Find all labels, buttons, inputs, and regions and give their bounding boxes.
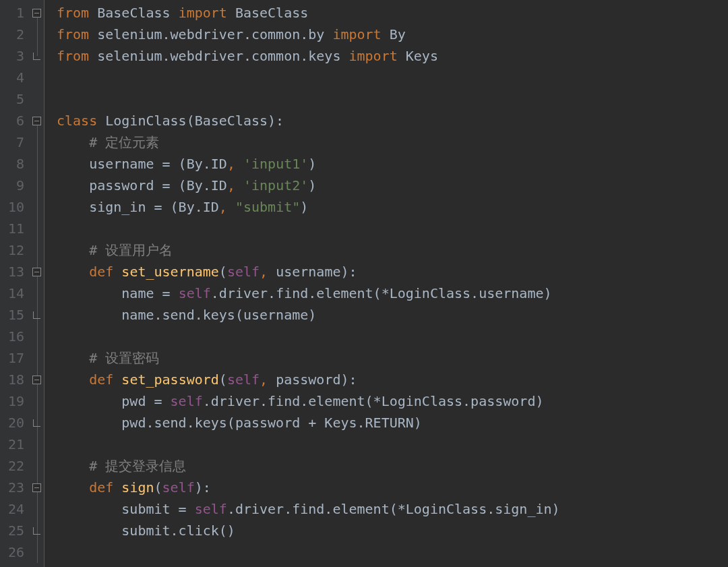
code-token: self	[171, 393, 203, 409]
code-line[interactable]	[57, 326, 728, 347]
code-token: def	[89, 264, 121, 280]
fold-cell	[30, 196, 44, 218]
fold-open-icon[interactable]	[32, 117, 41, 125]
code-token: submit.click()	[57, 523, 235, 539]
fold-cell	[30, 434, 44, 455]
code-token: class	[57, 113, 105, 129]
fold-cell	[30, 282, 44, 304]
code-line[interactable]: pwd.send.keys(password + Keys.RETURN)	[57, 412, 728, 434]
fold-cell	[30, 477, 44, 498]
fold-cell	[30, 304, 44, 326]
fold-cell	[30, 498, 44, 520]
line-number: 5	[4, 88, 24, 110]
fold-open-icon[interactable]	[32, 268, 41, 276]
code-token	[57, 371, 89, 388]
code-line[interactable]	[57, 88, 728, 110]
code-token	[57, 458, 89, 474]
line-number: 12	[4, 239, 24, 261]
line-number: 25	[4, 520, 24, 541]
fold-close-icon[interactable]	[33, 527, 40, 535]
code-area[interactable]: from BaseClass import BaseClassfrom sele…	[44, 0, 728, 567]
code-token: import	[179, 5, 227, 21]
fold-cell	[30, 541, 44, 563]
code-token: ,	[227, 156, 243, 172]
code-line[interactable]: sign_in = (By.ID, "submit")	[57, 196, 728, 218]
code-token: # 设置用户名	[89, 242, 173, 258]
code-line[interactable]: username = (By.ID, 'input1')	[57, 153, 728, 175]
code-token	[57, 134, 89, 150]
code-token: )	[308, 177, 316, 193]
code-token: (	[154, 479, 162, 496]
code-token	[57, 242, 89, 258]
code-line[interactable]: class LoginClass(BaseClass):	[57, 110, 728, 131]
code-token: self	[179, 285, 211, 301]
line-number: 24	[4, 498, 24, 520]
code-line[interactable]: password = (By.ID, 'input2')	[57, 175, 728, 196]
fold-close-icon[interactable]	[33, 419, 40, 427]
code-line[interactable]: from selenium.webdriver.common.by import…	[57, 24, 728, 45]
fold-open-icon[interactable]	[32, 483, 41, 492]
code-token: "submit"	[235, 199, 300, 215]
line-number: 10	[4, 196, 24, 218]
line-number: 17	[4, 347, 24, 369]
code-line[interactable]: name = self.driver.find.element(*LoginCl…	[57, 282, 728, 304]
code-line[interactable]	[57, 218, 728, 239]
line-number: 26	[4, 541, 24, 563]
code-token: ,	[227, 177, 243, 193]
code-line[interactable]: from BaseClass import BaseClass	[57, 2, 728, 24]
code-line[interactable]: def set_password(self, password):	[57, 369, 728, 390]
code-token: .driver.find.element(*LoginClass.passwor…	[203, 393, 544, 409]
code-token: selenium.webdriver.common.by	[89, 26, 332, 42]
fold-cell	[30, 261, 44, 282]
code-token: from	[57, 5, 89, 21]
code-line[interactable]	[57, 434, 728, 455]
code-token: LoginClass(BaseClass):	[105, 113, 284, 129]
code-line[interactable]: # 设置用户名	[57, 239, 728, 261]
code-token: 'input1'	[243, 156, 308, 172]
line-number: 13	[4, 261, 24, 282]
code-line[interactable]	[57, 67, 728, 88]
code-line[interactable]: def set_username(self, username):	[57, 261, 728, 282]
line-number: 16	[4, 326, 24, 347]
fold-cell	[30, 153, 44, 175]
code-token	[57, 350, 89, 366]
code-token: from	[57, 26, 89, 42]
line-number: 1	[4, 2, 24, 24]
code-token: (	[219, 264, 227, 280]
code-token: self	[162, 479, 195, 496]
code-token: pwd.send.keys(password + Keys.RETURN)	[57, 415, 422, 431]
code-token: set_password	[121, 371, 219, 388]
code-token: sign	[121, 479, 154, 496]
code-line[interactable]: from selenium.webdriver.common.keys impo…	[57, 45, 728, 67]
fold-cell	[30, 24, 44, 45]
code-token: pwd =	[57, 393, 171, 409]
code-token: # 定位元素	[89, 134, 159, 150]
code-editor[interactable]: 1234567891011121314151617181920212223242…	[0, 0, 728, 567]
code-token: (	[219, 371, 227, 388]
code-token: username):	[276, 264, 357, 280]
code-token: def	[89, 479, 121, 496]
code-token: selenium.webdriver.common.keys	[89, 48, 348, 64]
line-number: 18	[4, 369, 24, 390]
fold-open-icon[interactable]	[32, 9, 41, 18]
code-line[interactable]: # 设置密码	[57, 347, 728, 369]
code-line[interactable]: # 定位元素	[57, 131, 728, 153]
code-line[interactable]: pwd = self.driver.find.element(*LoginCla…	[57, 390, 728, 412]
code-token: ,	[260, 264, 276, 280]
code-line[interactable]: def sign(self):	[57, 477, 728, 498]
code-line[interactable]: submit = self.driver.find.element(*Login…	[57, 498, 728, 520]
fold-cell	[30, 412, 44, 434]
code-token: name =	[57, 285, 179, 301]
code-token: set_username	[121, 264, 219, 280]
code-line[interactable]: name.send.keys(username)	[57, 304, 728, 326]
code-token: .driver.find.element(*LoginClass.sign_in…	[227, 501, 560, 517]
code-line[interactable]: submit.click()	[57, 520, 728, 541]
fold-close-icon[interactable]	[33, 53, 40, 60]
code-line[interactable]	[57, 541, 728, 563]
code-token: BaseClass	[227, 5, 308, 21]
fold-open-icon[interactable]	[32, 376, 41, 384]
fold-close-icon[interactable]	[33, 311, 40, 319]
line-number: 3	[4, 45, 24, 67]
fold-cell	[30, 218, 44, 239]
code-line[interactable]: # 提交登录信息	[57, 455, 728, 477]
